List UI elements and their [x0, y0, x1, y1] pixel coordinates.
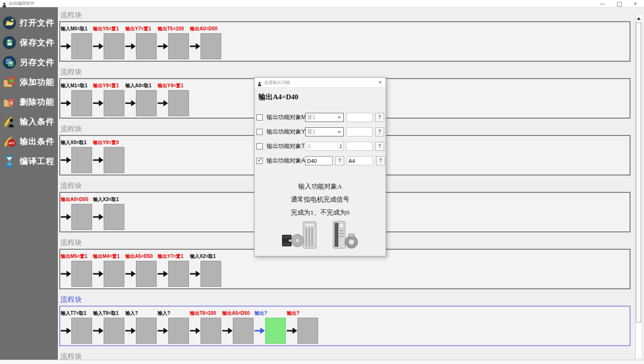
flow-section: 流程块输入T7=取1输入T9=取1输入?输入?输出T6=100输出A5=D50输… — [59, 295, 631, 346]
flow-unit[interactable]: 输出A0=D00 — [190, 26, 222, 60]
flow-block[interactable] — [136, 318, 157, 344]
flow-block[interactable] — [297, 318, 318, 344]
flow-block[interactable] — [201, 33, 221, 59]
scroll-up-icon[interactable] — [636, 15, 642, 22]
flow-block[interactable] — [104, 204, 124, 230]
flow-unit[interactable]: 输入X3=取1 — [93, 196, 125, 230]
dialog-row-label: 输出功能对象M — [267, 113, 305, 121]
flow-unit[interactable]: 输出Y7=置1 — [125, 26, 158, 60]
flow-block[interactable] — [71, 90, 92, 116]
flow-unit[interactable]: 输入? — [125, 310, 158, 344]
flow-unit[interactable]: 输出A5=D50 — [125, 253, 158, 287]
arrow-black-icon — [190, 327, 201, 335]
dialog-close-icon[interactable]: × — [377, 79, 383, 86]
flow-unit[interactable]: 输入T7=取1 — [61, 310, 93, 344]
arrow-black-icon — [287, 327, 297, 335]
dialog-row: 输出功能对象Y置1? — [256, 127, 386, 136]
flow-block[interactable] — [104, 318, 124, 344]
extra-input[interactable] — [347, 156, 373, 165]
flow-unit[interactable]: 输入A0=取1 — [125, 82, 158, 117]
combo-select[interactable]: 置1 — [305, 113, 344, 122]
number-spinner[interactable]: 0 — [305, 142, 344, 151]
flow-unit[interactable]: 输出Y0=置0 — [93, 139, 125, 174]
checkbox[interactable] — [256, 129, 263, 135]
arrow-black-icon — [158, 99, 168, 107]
flow-block[interactable] — [136, 261, 157, 287]
flow-unit[interactable]: 输入X2=取1 — [190, 253, 222, 287]
maximize-icon[interactable] — [616, 1, 622, 7]
flow-unit[interactable]: 输入? — [158, 310, 190, 344]
help-button[interactable]: ? — [375, 142, 384, 151]
spinner-buttons[interactable] — [337, 142, 343, 150]
scroll-down-icon[interactable] — [636, 358, 642, 360]
flow-unit[interactable]: 输出M5=置1 — [61, 253, 93, 287]
flow-section-container[interactable]: 输入M0=取1输出Y0=置1输出Y7=置1输出T5=100输出A0=D00 — [59, 21, 631, 62]
flow-unit[interactable]: 输出? — [287, 310, 319, 344]
flow-block[interactable] — [201, 318, 221, 344]
extra-input[interactable] — [346, 113, 373, 122]
extra-input[interactable] — [346, 127, 373, 136]
sidebar-item-open-file[interactable]: 打开文件 — [0, 13, 58, 33]
flow-block[interactable] — [168, 33, 189, 59]
sidebar-item-input-condition[interactable]: 输入条件 — [0, 112, 58, 132]
sidebar-item-output-condition[interactable]: OUT输出条件 — [0, 132, 58, 151]
flow-block[interactable] — [71, 33, 92, 59]
flow-block[interactable] — [265, 318, 286, 344]
flow-unit[interactable]: 输入M1=取1 — [61, 82, 93, 117]
flow-block[interactable] — [104, 33, 124, 59]
flow-unit-label: 输入? — [125, 310, 158, 316]
flow-unit[interactable]: 输出Y7=置1 — [158, 253, 190, 287]
flow-unit[interactable]: 输出T6=100 — [190, 310, 222, 344]
flow-unit[interactable]: 输出A5=D50 — [222, 310, 255, 344]
flow-block[interactable] — [71, 261, 92, 287]
sidebar-item-save-as-file[interactable]: 另存文件 — [0, 53, 58, 72]
scrollbar-thumb[interactable] — [636, 23, 641, 323]
sidebar-item-add-function[interactable]: 添加功能 — [0, 72, 58, 92]
flow-unit[interactable]: 输入T9=取1 — [93, 310, 125, 344]
flow-block[interactable] — [71, 318, 92, 344]
flow-unit-row — [190, 260, 222, 287]
checkbox[interactable] — [256, 143, 263, 149]
minimize-icon[interactable] — [600, 1, 605, 7]
flow-block[interactable] — [168, 261, 189, 287]
flow-unit[interactable]: 输出? — [255, 310, 287, 344]
flow-block[interactable] — [233, 318, 254, 344]
servo-motor-image — [281, 220, 320, 252]
flow-unit[interactable]: 输出Y4=置1 — [158, 82, 190, 117]
flow-block[interactable] — [104, 261, 124, 287]
flow-unit[interactable]: 输出Y9=置1 — [93, 82, 125, 117]
sidebar-item-compile-project[interactable]: 编译工程 — [0, 151, 58, 171]
help-button[interactable]: ? — [375, 127, 384, 136]
flow-unit[interactable]: 输入M0=取1 — [61, 26, 93, 60]
flow-unit-row — [158, 33, 190, 60]
help-button[interactable]: ? — [375, 113, 384, 122]
flow-unit[interactable]: 输出Y0=置1 — [93, 26, 125, 60]
flow-block[interactable] — [136, 90, 157, 116]
value-input[interactable] — [305, 156, 333, 165]
flow-unit[interactable]: 输出M4=置1 — [93, 253, 125, 287]
help-button[interactable]: ? — [376, 156, 385, 165]
flow-unit[interactable]: 输出A0=D00 — [61, 196, 93, 230]
combo-select[interactable]: 置1 — [305, 127, 344, 136]
flow-unit[interactable]: 输出T5=100 — [158, 26, 190, 60]
flow-section-container[interactable]: 输入T7=取1输入T9=取1输入?输入?输出T6=100输出A5=D50输出?输… — [59, 306, 631, 346]
flow-block[interactable] — [71, 204, 92, 230]
flow-block[interactable] — [168, 318, 189, 344]
close-icon[interactable]: × — [632, 1, 638, 7]
help-button[interactable]: ? — [335, 156, 344, 165]
extra-input[interactable] — [346, 142, 373, 151]
flow-unit[interactable]: 输入X0=取1 — [61, 139, 93, 174]
flow-block[interactable] — [71, 147, 92, 173]
flow-block[interactable] — [201, 261, 221, 287]
chevron-down-icon — [337, 131, 341, 133]
flow-block[interactable] — [168, 90, 189, 116]
sidebar-item-save-file[interactable]: 保存文件 — [0, 33, 58, 53]
flow-block[interactable] — [104, 147, 124, 173]
checkbox[interactable] — [256, 158, 263, 164]
sidebar-item-delete-function[interactable]: 删除功能 — [0, 92, 58, 112]
flow-block[interactable] — [104, 90, 124, 116]
checkbox[interactable] — [256, 114, 263, 121]
flow-block[interactable] — [136, 33, 157, 59]
vertical-scrollbar[interactable] — [635, 15, 641, 360]
arrow-blue-icon — [255, 327, 265, 335]
